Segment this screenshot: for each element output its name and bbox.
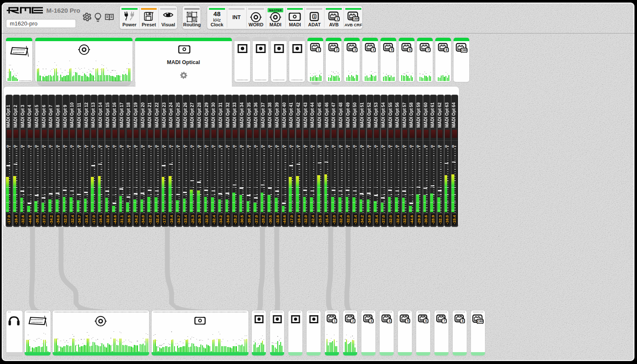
svg-text:2: 2 (352, 319, 354, 323)
svg-text:8: 8 (462, 319, 463, 323)
svg-text:CRF: CRF (477, 320, 483, 323)
svg-text:7: 7 (443, 319, 445, 323)
svg-text:5: 5 (407, 319, 409, 323)
svg-text:6: 6 (425, 319, 427, 323)
svg-text:1: 1 (334, 319, 335, 323)
svg-text:3: 3 (370, 319, 372, 323)
